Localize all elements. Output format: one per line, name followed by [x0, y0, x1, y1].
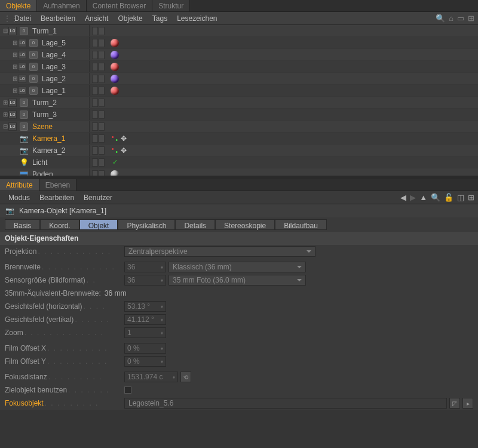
layer-badge[interactable]: L0 [18, 39, 26, 47]
expand-attr-icon[interactable]: ⊞ [468, 193, 474, 202]
visibility-toggles[interactable] [92, 111, 105, 119]
nav-back-icon[interactable]: ◀ [400, 193, 406, 202]
lock-icon[interactable]: 🔓 [444, 193, 454, 202]
tree-row[interactable]: ⊞L0Lage_2 [0, 73, 478, 85]
visibility-toggles[interactable] [92, 39, 105, 47]
visibility-toggles[interactable] [92, 99, 105, 107]
menu-edit[interactable]: Bearbeiten [36, 14, 80, 23]
object-name[interactable]: Lage_1 [42, 87, 66, 95]
tab-structure[interactable]: Struktur [152, 0, 190, 11]
material-tag-icon[interactable] [111, 39, 119, 47]
expand-toggle[interactable]: ⊟ [2, 123, 8, 130]
object-name[interactable]: Boden [32, 170, 53, 176]
layer-badge[interactable]: L0 [18, 63, 26, 71]
visibility-toggles[interactable] [92, 63, 105, 71]
tree-row[interactable]: 📷Kamera_2✥ [0, 145, 478, 157]
tree-row[interactable]: ⊟L0Szene [0, 121, 478, 133]
enabled-tag-icon[interactable]: ✓ [111, 158, 119, 166]
material-tag-icon[interactable] [111, 75, 119, 83]
layer-badge[interactable]: L0 [18, 87, 26, 95]
layer-badge[interactable]: L0 [18, 75, 26, 83]
tree-row[interactable]: ⊞L0Lage_5 [0, 37, 478, 49]
menu-view[interactable]: Ansicht [80, 14, 113, 23]
material-tag-icon[interactable] [111, 51, 119, 59]
material-tag-icon[interactable] [111, 87, 119, 95]
object-name[interactable]: Turm_2 [32, 99, 57, 107]
menu-user[interactable]: Benutzer [79, 194, 117, 202]
search-attr-icon[interactable]: 🔍 [431, 193, 440, 202]
layer-badge[interactable]: L0 [8, 122, 17, 131]
search-icon[interactable]: 🔍 [436, 14, 445, 23]
tree-row[interactable]: 📷Kamera_1✥ [0, 133, 478, 145]
nav-up-icon[interactable]: ▲ [419, 193, 427, 202]
ptab-basis[interactable]: Basis [5, 219, 40, 230]
expand-toggle[interactable]: ⊞ [2, 99, 8, 106]
menu-file[interactable]: Datei [10, 14, 36, 23]
tree-row[interactable]: ⊞L0Turm_2 [0, 97, 478, 109]
tree-row[interactable]: Boden [0, 168, 478, 176]
focus-dist-input[interactable]: 1531.974 c♦ [124, 372, 178, 382]
tree-row[interactable]: ⊞L0Lage_4 [0, 49, 478, 61]
pick-object-icon[interactable]: ◸ [449, 398, 460, 409]
zoom-input[interactable]: 1♦ [124, 327, 166, 338]
use-target-checkbox[interactable] [124, 386, 131, 394]
material-tag-icon[interactable] [111, 170, 119, 176]
pick-focus-icon[interactable]: ⟲ [180, 372, 191, 382]
tree-row[interactable]: ⊟L0Turm_1 [0, 25, 478, 37]
object-name[interactable]: Lage_4 [42, 51, 66, 59]
expand-icon[interactable]: ⊞ [468, 14, 474, 23]
layer-badge[interactable]: L0 [8, 99, 17, 107]
sensor-input[interactable]: 36♦ [124, 275, 166, 286]
expand-toggle[interactable]: ⊞ [12, 39, 18, 46]
visibility-toggles[interactable] [92, 170, 105, 176]
nav-fwd-icon[interactable]: ▶ [410, 193, 416, 202]
object-name[interactable]: Lage_2 [42, 75, 66, 83]
visibility-toggles[interactable] [92, 146, 105, 155]
expand-toggle[interactable]: ⊞ [12, 63, 18, 70]
offset-x-input[interactable]: 0 %♦ [124, 343, 166, 354]
visibility-toggles[interactable] [92, 51, 105, 59]
ptab-stereo[interactable]: Stereoskopie [215, 219, 275, 230]
menu-edit-attr[interactable]: Bearbeiten [35, 194, 79, 202]
ptab-coord[interactable]: Koord. [40, 219, 79, 230]
expand-toggle[interactable]: ⊞ [12, 75, 18, 82]
show-object-icon[interactable]: ▸ [462, 398, 473, 409]
object-name[interactable]: Turm_1 [32, 27, 57, 35]
expand-toggle[interactable]: ⊞ [2, 111, 8, 118]
visibility-toggles[interactable] [92, 75, 105, 83]
object-name[interactable]: Licht [32, 158, 47, 167]
projection-dropdown[interactable]: Zentralperspektive [124, 246, 315, 257]
focus-object-field[interactable]: Legostein_5.6 [124, 398, 447, 409]
ptab-composition[interactable]: Bildaufbau [275, 219, 327, 230]
visibility-toggles[interactable] [92, 134, 105, 143]
focal-input[interactable]: 36♦ [124, 262, 166, 272]
menu-objects[interactable]: Objekte [113, 14, 147, 23]
layer-badge[interactable]: L0 [18, 51, 26, 59]
focal-preset-dropdown[interactable]: Klassisch (36 mm) [168, 262, 306, 272]
fov-v-input[interactable]: 41.112 °♦ [124, 314, 166, 325]
object-name[interactable]: Kamera_1 [32, 134, 65, 143]
ptab-details[interactable]: Details [175, 219, 215, 230]
object-name[interactable]: Lage_5 [42, 39, 66, 47]
layer-badge[interactable]: L0 [8, 27, 17, 35]
offset-y-input[interactable]: 0 %♦ [124, 356, 166, 367]
tab-layers[interactable]: Ebenen [39, 179, 76, 191]
ptab-object[interactable]: Objekt [79, 219, 118, 230]
tree-row[interactable]: 💡Licht✓ [0, 157, 478, 168]
visibility-toggles[interactable] [92, 158, 105, 167]
tab-objects[interactable]: Objekte [0, 0, 37, 11]
sensor-preset-dropdown[interactable]: 35 mm Foto (36.0 mm) [168, 275, 306, 286]
render-tag-icon[interactable] [111, 134, 119, 143]
expand-toggle[interactable]: ⊟ [2, 27, 8, 34]
target-tag-icon[interactable]: ✥ [121, 146, 127, 155]
tab-content-browser[interactable]: Content Browser [87, 0, 152, 11]
fov-h-input[interactable]: 53.13 °♦ [124, 301, 166, 312]
tree-row[interactable]: ⊞L0Turm_3 [0, 109, 478, 121]
tree-row[interactable]: ⊞L0Lage_3 [0, 61, 478, 73]
object-name[interactable]: Szene [32, 122, 53, 131]
expand-toggle[interactable]: ⊞ [12, 51, 18, 58]
object-name[interactable]: Kamera_2 [32, 146, 65, 155]
ptab-physical[interactable]: Physikalisch [118, 219, 175, 230]
visibility-toggles[interactable] [92, 87, 105, 95]
minimize-icon[interactable]: ▭ [457, 14, 464, 23]
